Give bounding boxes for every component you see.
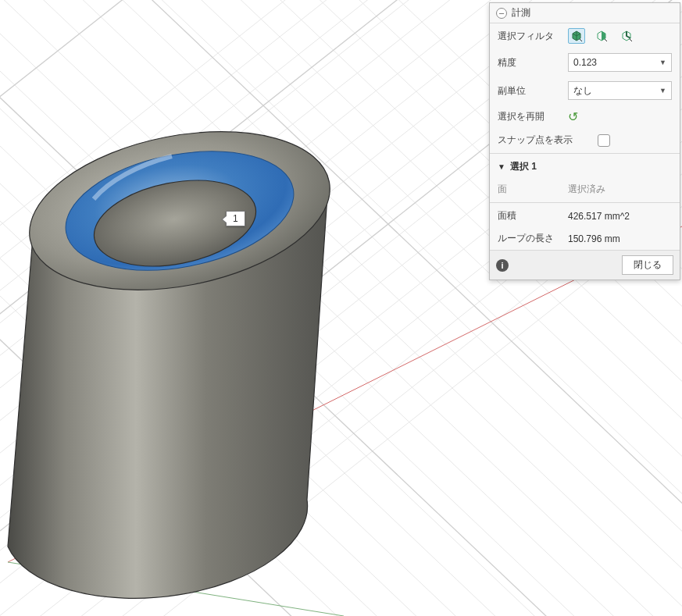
body-filter-icon[interactable]: [568, 28, 585, 44]
close-button[interactable]: 閉じる: [622, 255, 673, 275]
model-cylinder[interactable]: [8, 109, 344, 599]
panel-title-text: 計測: [512, 6, 530, 20]
measure-panel: – 計測 選択フィルタ 精度 0.123 ▼ 副単位 なし ▼: [489, 2, 680, 280]
loop-value: 150.796 mm: [568, 233, 672, 244]
selection-section-header[interactable]: ▼ 選択 1: [490, 155, 680, 178]
restart-label: 選択を再開: [498, 110, 562, 123]
snap-checkbox[interactable]: [598, 134, 610, 147]
face-label: 面: [498, 183, 562, 196]
info-icon[interactable]: i: [496, 259, 509, 272]
loop-label: ループの長さ: [498, 232, 562, 245]
subunit-label: 副単位: [498, 84, 562, 98]
selection-callout: 1: [226, 211, 245, 226]
filter-label: 選択フィルタ: [498, 30, 562, 43]
face-status: 選択済み: [568, 183, 672, 196]
chevron-down-icon: ▼: [659, 87, 666, 94]
refresh-icon[interactable]: ↺: [568, 109, 578, 124]
area-value: 426.517 mm^2: [568, 211, 672, 222]
area-label: 面積: [498, 209, 562, 223]
selection-header-text: 選択 1: [510, 160, 537, 173]
face-filter-icon[interactable]: [593, 28, 610, 44]
minimize-icon[interactable]: –: [496, 8, 507, 19]
precision-label: 精度: [498, 56, 562, 69]
chevron-down-icon: ▼: [498, 162, 505, 171]
subunit-select[interactable]: なし ▼: [568, 81, 672, 100]
chevron-down-icon: ▼: [659, 59, 666, 66]
precision-value: 0.123: [573, 57, 597, 68]
edge-filter-icon[interactable]: [618, 28, 635, 44]
panel-titlebar[interactable]: – 計測: [490, 3, 680, 23]
snap-label: スナップ点を表示: [498, 134, 591, 147]
callout-number: 1: [226, 211, 245, 226]
subunit-value: なし: [573, 84, 592, 98]
precision-select[interactable]: 0.123 ▼: [568, 53, 672, 72]
